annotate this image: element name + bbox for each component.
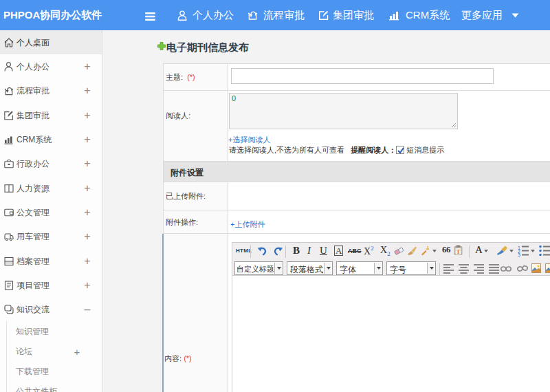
svg-text:3: 3 [518, 252, 520, 257]
svg-text:T: T [456, 248, 460, 255]
